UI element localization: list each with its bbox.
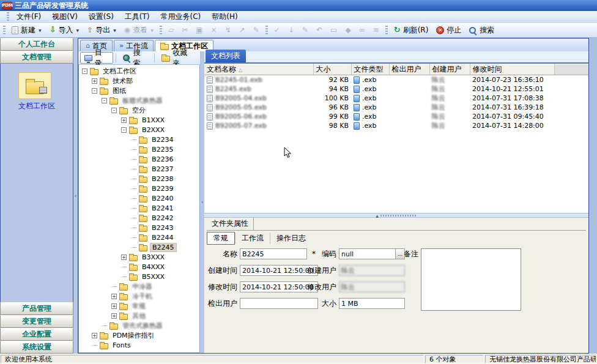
tree-node-label[interactable]: B4XXX bbox=[140, 263, 166, 271]
menu-item-file[interactable]: 文件(F) bbox=[11, 12, 46, 21]
expand-icon[interactable]: + bbox=[92, 78, 97, 84]
tree-node-label[interactable]: 其他 bbox=[130, 311, 147, 321]
tree-node-label[interactable]: 板翅式换热器 bbox=[121, 96, 165, 105]
tree-node[interactable]: B2239 bbox=[79, 184, 199, 193]
tree-splitter[interactable]: ‹ bbox=[200, 51, 204, 353]
tree-node-label[interactable]: B2240 bbox=[150, 195, 176, 202]
collapse-icon[interactable]: - bbox=[121, 127, 127, 133]
creator-field[interactable] bbox=[339, 265, 405, 276]
name-field[interactable] bbox=[240, 248, 307, 259]
menu-item-settings[interactable]: 设置(S) bbox=[83, 12, 119, 21]
column-header-3[interactable]: 检出用户 bbox=[389, 64, 429, 75]
tree-node-label[interactable]: B3XXX bbox=[140, 253, 166, 261]
tree-node-label[interactable]: B2234 bbox=[150, 136, 176, 144]
sidebar-button-system-settings[interactable]: 系统设置 bbox=[0, 341, 73, 354]
doc-row[interactable]: B2245.exb94 KB.exb陈云2014-10-21 12:55:01 bbox=[204, 84, 588, 94]
tree-node[interactable]: B4XXX bbox=[79, 262, 199, 272]
tree-node[interactable]: +技术部 bbox=[79, 76, 199, 86]
doc-name-cell[interactable]: B2245-01.exb bbox=[204, 75, 313, 85]
tree-node[interactable]: Fonts bbox=[79, 340, 199, 350]
expand-icon[interactable]: + bbox=[111, 303, 117, 309]
stop-button[interactable]: ✕停止 bbox=[432, 23, 465, 37]
tree-node-label[interactable]: 冷干机 bbox=[130, 292, 154, 301]
sidebar-button-enterprise-config[interactable]: 企业配置 bbox=[0, 328, 73, 341]
tree-node[interactable]: +冷干机 bbox=[79, 291, 199, 301]
doc-name-cell[interactable]: B92005-07.exb bbox=[204, 121, 313, 130]
tree-node[interactable]: +PDM操作指引 bbox=[79, 330, 199, 340]
modifier-field[interactable] bbox=[339, 281, 405, 292]
import-button[interactable]: ⇩导入▼ bbox=[46, 23, 83, 37]
tree-node-label[interactable]: 管壳式换热器 bbox=[121, 321, 165, 330]
tree-node-label[interactable]: B2239 bbox=[150, 185, 176, 193]
tree-node-label[interactable]: B2243 bbox=[150, 224, 176, 232]
menu-item-view[interactable]: 视图(V) bbox=[46, 12, 83, 21]
tree-node-label[interactable]: 文档工作区 bbox=[101, 67, 138, 76]
tree-node-label[interactable]: B5XXX bbox=[140, 273, 166, 281]
tree-node-label[interactable]: 图纸 bbox=[111, 86, 128, 95]
remark-textarea[interactable] bbox=[421, 248, 521, 311]
expand-icon[interactable]: + bbox=[92, 333, 97, 338]
collapse-icon[interactable]: - bbox=[82, 69, 87, 74]
doc-workspace-folder-icon[interactable] bbox=[18, 72, 51, 99]
expand-icon[interactable]: + bbox=[111, 294, 117, 299]
doc-row[interactable]: B92005-05.exb96 KB.exb陈云2014-07-31 16:39… bbox=[204, 103, 588, 112]
column-header-4[interactable]: 创建用户 bbox=[429, 64, 470, 75]
tree-node[interactable]: B2242 bbox=[79, 213, 199, 223]
tree-node[interactable]: +B3XXX bbox=[79, 252, 199, 262]
tree-search-button[interactable]: 搜索 bbox=[119, 52, 152, 64]
tree-node-label[interactable]: 中冷器 bbox=[130, 282, 154, 291]
menu-item-tools[interactable]: 工具(T) bbox=[119, 12, 155, 21]
tree-node[interactable]: -空分 bbox=[79, 105, 199, 115]
tree-node-label[interactable]: Fonts bbox=[111, 341, 133, 349]
doc-name-cell[interactable]: B92005-05.exb bbox=[204, 103, 313, 112]
tree-node-label[interactable]: 技术部 bbox=[111, 76, 135, 86]
tree-node-label[interactable]: B2238 bbox=[150, 175, 176, 183]
doc-row[interactable]: B92005-06.exb99 KB.exb陈云2014-07-31 09:45… bbox=[204, 112, 588, 121]
column-header-0[interactable]: 文档名称△ bbox=[204, 64, 313, 75]
tree-node-label[interactable]: B2244 bbox=[150, 234, 176, 242]
search-button[interactable]: 搜索 bbox=[465, 23, 498, 37]
tree-node-label[interactable]: B2236 bbox=[150, 155, 176, 163]
tree-node[interactable]: 中冷器 bbox=[79, 281, 199, 291]
doc-name-cell[interactable]: B92005-04.exb bbox=[204, 94, 313, 103]
horizontal-splitter[interactable]: ▲ bbox=[204, 213, 588, 218]
catalog-button[interactable]: 目录 bbox=[80, 52, 113, 64]
export-button[interactable]: ⇧导出▼ bbox=[83, 23, 120, 37]
sidebar-button-document-management[interactable]: 文档管理 bbox=[0, 51, 73, 64]
tree-node[interactable]: B2241 bbox=[79, 203, 199, 213]
tree-node-label[interactable]: B2237 bbox=[150, 165, 176, 173]
menu-item-help[interactable]: 帮助(H) bbox=[206, 12, 243, 21]
doc-name-cell[interactable]: B2245.exb bbox=[204, 84, 313, 94]
tree-node-label[interactable]: B2235 bbox=[150, 146, 176, 154]
collapse-icon[interactable]: - bbox=[102, 98, 107, 103]
properties-tab-2[interactable]: 操作日志 bbox=[270, 232, 312, 244]
tree-node-label[interactable]: B2245 bbox=[150, 243, 177, 252]
tree-node[interactable]: B2245 bbox=[79, 242, 199, 252]
tree-node[interactable]: B2244 bbox=[79, 232, 199, 242]
sidebar-splitter[interactable]: ‹ bbox=[73, 38, 78, 354]
tree-node-label[interactable]: B1XXX bbox=[140, 116, 166, 124]
tab-folder-properties[interactable]: 文件夹属性 bbox=[207, 217, 254, 230]
doc-row[interactable]: B92005-07.exb98 KB.exb陈云2014-07-31 14:28… bbox=[204, 121, 588, 130]
expand-icon[interactable]: + bbox=[121, 117, 127, 123]
tree-node[interactable]: B2235 bbox=[79, 144, 199, 154]
tree-node-label[interactable]: 空分 bbox=[130, 106, 147, 115]
collapse-icon[interactable]: - bbox=[92, 88, 97, 94]
tree-node[interactable]: +B1XXX bbox=[79, 115, 199, 125]
tree-node[interactable]: +其他 bbox=[79, 311, 199, 321]
tree-node-label[interactable]: PDM操作指引 bbox=[111, 331, 157, 340]
sidebar-button-change-management[interactable]: 变更管理 bbox=[0, 315, 73, 328]
tree-node-label[interactable]: 常规 bbox=[130, 302, 147, 311]
tree-node-label[interactable]: B2XXX bbox=[140, 126, 166, 134]
tree-node[interactable]: B2234 bbox=[79, 135, 199, 144]
tree-node[interactable]: B2240 bbox=[79, 193, 199, 203]
sidebar-item-doc-workspace[interactable]: 文档工作区 bbox=[18, 72, 55, 111]
column-header-5[interactable]: 修改时间 bbox=[470, 64, 554, 75]
size-field[interactable] bbox=[339, 298, 405, 309]
properties-tab-0[interactable]: 常规 bbox=[207, 232, 235, 245]
refresh-button[interactable]: ↻刷新(R) bbox=[390, 23, 432, 37]
doclist-tab[interactable]: 文档列表 bbox=[206, 50, 246, 62]
favorites-button[interactable]: 收藏夹 bbox=[157, 52, 198, 64]
expand-icon[interactable]: + bbox=[121, 254, 127, 260]
menu-item-business[interactable]: 常用业务(C) bbox=[155, 12, 207, 21]
